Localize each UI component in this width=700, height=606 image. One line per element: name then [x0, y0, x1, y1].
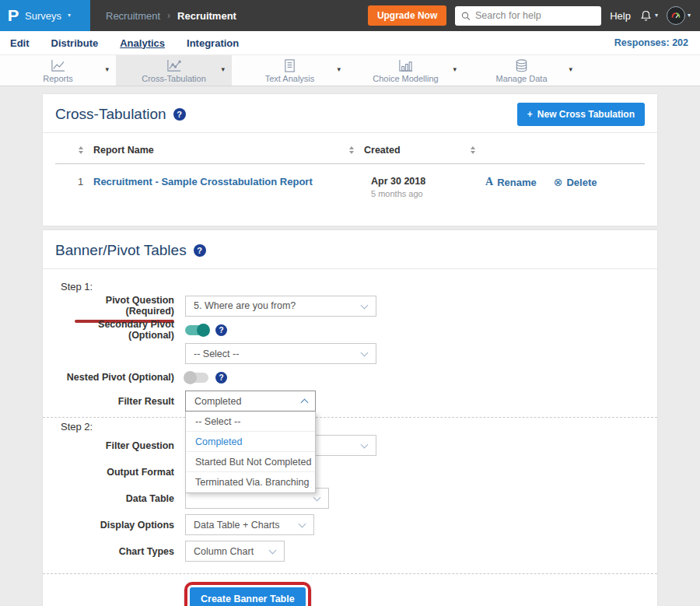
filter-result-dropdown: -- Select -- Completed Started But Not C… — [185, 412, 316, 493]
tab-cross-tabulation[interactable]: Cross-Tabulation ▾ — [116, 55, 232, 86]
dropdown-option-completed[interactable]: Completed — [186, 432, 315, 452]
search-input[interactable] — [475, 10, 595, 21]
tab-reports[interactable]: Reports ▾ — [0, 55, 116, 86]
nav-item-integration[interactable]: Integration — [187, 37, 239, 49]
sort-icon[interactable] — [77, 146, 84, 154]
account-menu[interactable]: ▾ — [667, 6, 691, 25]
help-icon[interactable]: ? — [215, 372, 227, 384]
nav-item-edit[interactable]: Edit — [10, 37, 30, 49]
tab-choice-modelling[interactable]: Choice Modelling ▾ — [348, 55, 464, 86]
help-link[interactable]: Help — [610, 10, 631, 22]
top-bar: P Surveys ▾ Recruitment › Recruitment Up… — [0, 0, 700, 31]
create-button-row: Create Banner Table — [55, 577, 645, 606]
nested-pivot-label: Nested Pivot (Optional) — [55, 372, 185, 383]
table-row: 1 Recruitment - Sample Crosstabulation R… — [55, 164, 645, 210]
surveys-menu[interactable]: P Surveys ▾ — [0, 0, 90, 31]
nested-pivot-toggle[interactable] — [185, 373, 208, 383]
database-icon — [513, 58, 530, 73]
chevron-down-icon[interactable]: ▾ — [569, 65, 572, 73]
nav-item-distribute[interactable]: Distribute — [51, 37, 99, 49]
page-title: Cross-Tabulation — [55, 106, 166, 123]
help-icon[interactable]: ? — [173, 108, 186, 121]
table-header-row: Report Name Created — [55, 135, 645, 164]
secondary-pivot-select[interactable]: -- Select -- — [185, 343, 376, 364]
banner-pivot-form: Step 1: Pivot Question (Required) 5. Whe… — [43, 269, 657, 606]
chevron-up-icon — [301, 399, 309, 407]
responses-count: Responses: 202 — [614, 37, 690, 48]
topbar-right: Upgrade Now Help ▾ ▾ — [368, 5, 700, 26]
row-actions: A Rename ⊗ Delete — [485, 176, 645, 188]
data-table-row: Data Table — [55, 488, 645, 509]
help-search[interactable] — [455, 6, 601, 26]
notifications-menu[interactable]: ▾ — [639, 9, 658, 23]
red-ring-annotation: Create Banner Table — [184, 582, 311, 606]
new-cross-tabulation-button[interactable]: + New Cross Tabulation — [517, 103, 645, 126]
report-link[interactable]: Recruitment - Sample Crosstabulation Rep… — [93, 176, 313, 187]
secondary-pivot-label: Secondary Pivot (Optional) — [55, 319, 185, 341]
questionpro-logo: P — [8, 6, 19, 25]
document-icon — [282, 58, 298, 73]
create-banner-table-button[interactable]: Create Banner Table — [190, 587, 306, 606]
chevron-down-icon — [361, 349, 369, 357]
chevron-down-icon[interactable]: ▾ — [453, 65, 457, 73]
toggle-knob — [197, 324, 210, 337]
crosstab-table: Report Name Created 1 Recruitment - Samp… — [43, 133, 657, 226]
filter-question-label: Filter Question — [55, 440, 185, 451]
chevron-down-icon[interactable]: ▾ — [221, 65, 225, 73]
filter-result-row: Filter Result Completed -- Select -- Com… — [55, 391, 645, 412]
dropdown-option-started-not-completed[interactable]: Started But Not Completed — [186, 452, 315, 472]
column-created[interactable]: Created — [364, 145, 469, 156]
gauge-icon — [670, 10, 681, 21]
chevron-down-icon — [269, 547, 277, 555]
secondary-pivot-select-row: -- Select -- — [55, 343, 645, 364]
display-options-row: Display Options Data Table + Charts — [55, 514, 645, 535]
secondary-pivot-toggle[interactable] — [185, 325, 208, 335]
sort-icon[interactable] — [348, 146, 355, 154]
tab-manage-data[interactable]: Manage Data ▾ — [464, 55, 579, 86]
created-cell: Apr 30 2018 5 months ago — [371, 176, 476, 198]
chevron-down-icon — [361, 441, 369, 449]
toggle-knob — [184, 371, 197, 384]
column-report-name[interactable]: Report Name — [93, 145, 348, 156]
breadcrumb: Recruitment › Recruitment — [90, 10, 368, 22]
sort-icon[interactable] — [469, 146, 476, 154]
chevron-down-icon: ▾ — [688, 12, 691, 19]
chart-types-select[interactable]: Column Chart — [185, 541, 285, 562]
breadcrumb-current: Recruitment — [177, 10, 236, 22]
nested-pivot-row: Nested Pivot (Optional) ? — [55, 370, 645, 385]
help-icon[interactable]: ? — [194, 244, 206, 257]
main-content: Cross-Tabulation ? + New Cross Tabulatio… — [43, 94, 657, 606]
display-options-label: Display Options — [55, 520, 185, 531]
help-icon[interactable]: ? — [215, 324, 227, 336]
avatar — [667, 6, 685, 25]
delete-button[interactable]: ⊗ Delete — [554, 176, 597, 188]
dropdown-option-terminated[interactable]: Terminated Via. Branching — [186, 472, 315, 492]
banner-pivot-header: Banner/Pivot Tables ? — [43, 230, 657, 269]
output-format-row: Output Format — [55, 461, 645, 482]
cross-tabulation-card: Cross-Tabulation ? + New Cross Tabulatio… — [43, 94, 657, 226]
chevron-down-icon — [313, 494, 321, 502]
plus-icon: + — [527, 109, 533, 120]
bell-icon — [639, 9, 653, 23]
step2-label: Step 2: — [61, 421, 645, 433]
pivot-question-select[interactable]: 5. Where are you from? — [185, 296, 376, 317]
banner-pivot-card: Banner/Pivot Tables ? Step 1: Pivot Ques… — [43, 230, 657, 606]
chevron-down-icon[interactable]: ▾ — [105, 65, 109, 73]
display-options-select[interactable]: Data Table + Charts — [185, 514, 314, 535]
pivot-question-row: Pivot Question (Required) 5. Where are y… — [55, 295, 645, 317]
dropdown-option-select[interactable]: -- Select -- — [186, 412, 315, 432]
nav-item-analytics[interactable]: Analytics — [120, 37, 165, 49]
row-index: 1 — [77, 176, 84, 187]
cross-tabulation-header: Cross-Tabulation ? + New Cross Tabulatio… — [43, 94, 657, 133]
tab-text-analysis[interactable]: Text Analysis ▾ — [232, 55, 348, 86]
dashed-divider — [43, 573, 657, 574]
chevron-down-icon[interactable]: ▾ — [337, 65, 341, 73]
search-icon — [461, 11, 471, 21]
chevron-down-icon — [299, 520, 306, 528]
created-ago: 5 months ago — [371, 189, 476, 198]
breadcrumb-parent[interactable]: Recruitment — [106, 10, 160, 22]
upgrade-now-button[interactable]: Upgrade Now — [368, 5, 446, 26]
filter-result-select[interactable]: Completed — [185, 391, 316, 412]
rename-button[interactable]: A Rename — [485, 176, 537, 188]
output-format-label: Output Format — [55, 467, 185, 478]
